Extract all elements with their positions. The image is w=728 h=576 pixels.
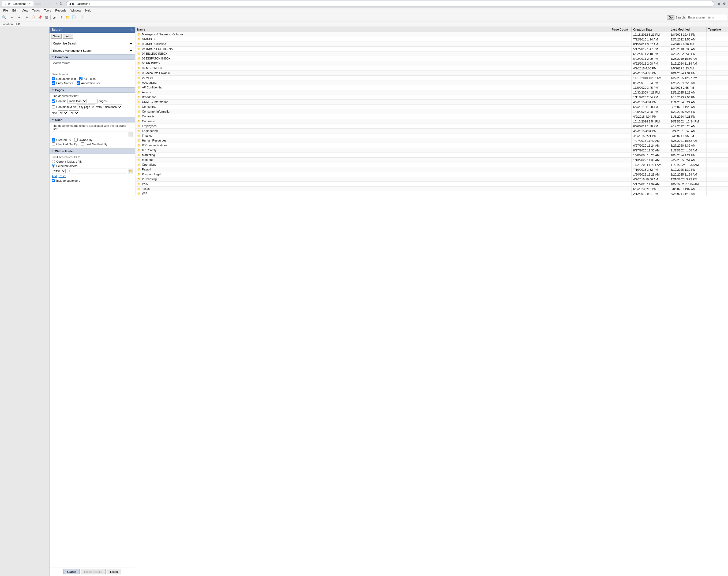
search-toolbar-btn[interactable]: 🔍 [1,15,7,20]
tab-add-btn[interactable]: + [43,2,45,6]
table-row[interactable]: 📁Human Resources7/27/2015 11:40 AM6/28/2… [135,138,728,143]
forward-toolbar-btn[interactable]: → [16,15,22,20]
all-fields-checkbox[interactable] [79,77,83,80]
table-row[interactable]: 📁05 DISPATCH INBOX6/22/2011 2:09 PM1/28/… [135,56,728,61]
table-row[interactable]: 📁03-INBOX FOR ALENA5/17/2012 1:47 PM4/20… [135,47,728,52]
table-row[interactable]: 📁08-Accounts Payable4/2/2015 4:03 PM10/1… [135,71,728,76]
within-folder-section-header[interactable]: ▼ Within Folder [50,148,135,154]
address-bar[interactable] [66,1,714,6]
new-doc-btn[interactable]: 📄 [71,15,77,20]
table-row[interactable]: 📁Taxes6/6/2023 2:13 PM6/8/2023 11:07 AM [135,186,728,191]
search-terms-input[interactable] [52,66,133,71]
table-row[interactable]: 📁AP Confidential11/5/2020 3:45 PM1/3/202… [135,85,728,90]
created-by-checkbox[interactable] [52,138,55,142]
selected-folders-radio[interactable] [52,164,55,168]
table-row[interactable]: 📁Consumer Information1/20/2025 3:28 PM1/… [135,109,728,114]
checked-out-checkbox[interactable] [52,142,55,146]
table-row[interactable]: 📁Pre-paid Legal1/20/2025 11:29 AM1/20/20… [135,172,728,177]
table-row[interactable]: 📁01-INBOX7/22/2010 1:24 AM12/8/2022 2:50… [135,37,728,42]
table-row[interactable]: 📁04 BILLING INBOX6/22/2011 2:10 PM7/26/2… [135,52,728,56]
highlight-btn[interactable]: 🖌 [52,15,58,20]
table-row[interactable]: 📁06 HR INBOX6/22/2011 2:08 PM6/19/2024 1… [135,61,728,66]
table-row[interactable]: 📁Employees6/26/2011 1:38 PM2/19/2012 8:2… [135,124,728,128]
save-btn[interactable]: Save [51,34,62,38]
table-row[interactable]: 📁Purchasing4/2/2015 10:00 AM12/10/2024 3… [135,177,728,182]
pages-section-header[interactable]: ▼ Pages [50,87,135,93]
cut-btn[interactable]: ✂ [24,15,30,20]
table-row[interactable]: 📁IT/Communications6/27/2020 11:24 AM8/27… [135,143,728,148]
user-browse-btn[interactable]: ... [128,132,133,137]
search-close-btn[interactable]: × [131,28,133,32]
table-row[interactable]: 📁Operations11/21/2024 11:34 AM11/21/2024… [135,163,728,167]
table-row[interactable]: 📁Concentra6/7/2011 11:28 AM6/7/2025 11:2… [135,105,728,109]
col-header-modified[interactable]: Last Modified [669,27,706,32]
table-row[interactable]: 📁P&A5/17/2023 11:34 AM10/22/2025 11:04 A… [135,182,728,186]
load-btn[interactable]: Load [63,34,73,38]
pages-number-input[interactable] [88,98,97,104]
menu-help[interactable]: Help [83,8,93,12]
table-row[interactable]: 📁02-INBOX-Kristina6/15/2011 9:37 AM2/4/2… [135,42,728,47]
user-input[interactable] [52,132,127,137]
copy-btn[interactable]: 📋 [31,15,36,20]
table-row[interactable]: 📁Metering1/13/2022 11:30 AM2/22/2025 3:5… [135,157,728,163]
menu-records[interactable]: Records [53,8,68,12]
contain-pages-checkbox[interactable] [52,99,55,103]
paste-btn[interactable]: 📌 [37,15,43,20]
help-toolbar-btn[interactable]: ❔ [79,15,85,20]
table-row[interactable]: 📁Broadband1/11/2023 2:04 PM1/13/2023 2:5… [135,95,728,100]
records-mgmt-select[interactable]: Records Management Search [51,48,133,53]
menu-file[interactable]: File [1,8,10,12]
table-row[interactable]: 📁07 MSR INBOX4/2/2015 4:05 PM7/5/2022 1:… [135,66,728,71]
back-toolbar-btn[interactable]: ← [9,15,15,20]
folder-btn[interactable]: 📁 [65,15,70,20]
entry-names-checkbox[interactable] [52,81,55,85]
current-folder-radio[interactable] [52,160,55,163]
table-row[interactable]: 📁CNMEC Information4/2/2015 4:04 PM11/1/2… [135,100,728,105]
table-row[interactable]: 📁Payroll7/10/2018 3:32 PM6/10/2025 1:30 … [135,167,728,172]
download-btn[interactable]: ⇩ [58,15,64,20]
last-modified-checkbox[interactable] [81,142,84,146]
reset-folder-btn[interactable]: Reset [59,174,66,178]
table-row[interactable]: 📁IT/S Safety8/27/2020 11:33 AM11/25/2024… [135,148,728,153]
search-action-btn[interactable]: Search [63,569,80,574]
contain-text-checkbox[interactable] [52,105,55,109]
col-header-template[interactable]: Template [706,27,728,32]
any-page-select[interactable]: any page [77,105,95,109]
common-section-header[interactable]: ▼ Common [50,54,135,60]
document-text-checkbox[interactable] [52,77,55,80]
tab-close-btn[interactable]: ✕ [28,2,30,5]
menu-window[interactable]: Window [68,8,83,12]
more-than-select-2[interactable]: more than [103,105,122,109]
go-btn[interactable]: Go [667,15,674,20]
col-header-name[interactable]: Name [135,27,610,32]
forward-btn[interactable]: → [53,1,58,6]
settings-icon[interactable]: ⚙ [722,2,726,6]
table-row[interactable]: 📁Accounting9/22/2010 1:03 PM12/3/2024 8:… [135,80,728,85]
table-row[interactable]: 📁Corporate10/13/2024 2:54 PM10/13/2024 1… [135,119,728,124]
table-row[interactable]: 📁Marketing1/20/2006 10:26 AM10/9/2024 4:… [135,153,728,157]
browser-tab-inactive[interactable] [35,3,41,5]
reset-action-btn[interactable]: Reset [107,569,121,574]
col-header-pages[interactable]: Page Count [610,27,632,32]
table-row[interactable]: 📁WIP2/12/2010 9:21 PM4/2/2021 11:40 AM [135,191,728,196]
back-btn[interactable]: ← [48,1,53,6]
user-section-header[interactable]: ▼ User [50,117,135,122]
table-row[interactable]: 📁Assets10/30/2009 4:28 PM12/3/2025 1:23 … [135,90,728,95]
table-row[interactable]: 📁Finance4/5/2015 2:21 PM5/3/2021 1:05 PM [135,134,728,138]
star-icon[interactable]: ★ [717,2,721,6]
size-select[interactable]: all [58,110,68,115]
menu-tasks[interactable]: Tasks [30,8,42,12]
refresh-btn[interactable]: ↻ [59,1,63,6]
size-unit-select[interactable]: all [69,110,79,115]
table-row[interactable]: 📁09-W-9s11/19/2010 10:53 AM1/22/2025 12:… [135,76,728,80]
menu-edit[interactable]: Edit [10,8,20,12]
toolbar-search-input[interactable] [687,15,727,20]
add-folder-btn[interactable]: Add [52,174,57,178]
customize-search-select[interactable]: Customize Search [51,41,133,46]
owned-by-checkbox[interactable] [74,138,78,142]
folder-browse-btn[interactable]: 📂 [128,169,133,173]
col-header-created[interactable]: Creation Date [632,27,669,32]
more-than-select[interactable]: more than [67,98,87,104]
include-subfolders-checkbox[interactable] [52,179,55,182]
folder-path-input[interactable] [67,169,127,173]
